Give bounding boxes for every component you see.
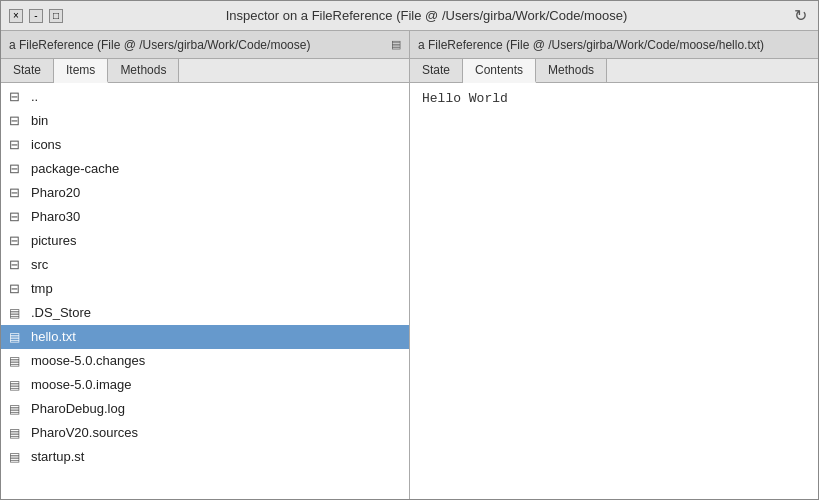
right-panel: a FileReference (File @ /Users/girba/Wor… <box>410 31 818 499</box>
file-item[interactable]: Pharo20 <box>1 181 409 205</box>
file-item-name: moose-5.0.image <box>31 375 131 395</box>
window-controls: × - □ <box>9 9 63 23</box>
folder-icon <box>9 183 25 203</box>
file-item-name: tmp <box>31 279 53 299</box>
left-panel-header: a FileReference (File @ /Users/girba/Wor… <box>1 31 409 59</box>
folder-icon <box>9 207 25 227</box>
folder-icon <box>9 255 25 275</box>
tab-state-right[interactable]: State <box>410 59 463 82</box>
folder-icon <box>9 135 25 155</box>
file-icon <box>9 399 25 419</box>
folder-icon <box>9 87 25 107</box>
file-item[interactable]: Pharo30 <box>1 205 409 229</box>
file-item-name: .. <box>31 87 38 107</box>
file-item[interactable]: moose-5.0.image <box>1 373 409 397</box>
left-panel-content: ..biniconspackage-cachePharo20Pharo30pic… <box>1 83 409 499</box>
file-item[interactable]: startup.st <box>1 445 409 469</box>
close-button[interactable]: × <box>9 9 23 23</box>
file-item[interactable]: src <box>1 253 409 277</box>
file-item-name: .DS_Store <box>31 303 91 323</box>
file-icon <box>9 327 25 347</box>
main-area: a FileReference (File @ /Users/girba/Wor… <box>1 31 818 499</box>
file-content: Hello World <box>410 83 818 114</box>
file-item-name: PharoV20.sources <box>31 423 138 443</box>
right-panel-header: a FileReference (File @ /Users/girba/Wor… <box>410 31 818 59</box>
file-item-name: startup.st <box>31 447 84 467</box>
folder-icon <box>9 279 25 299</box>
refresh-button[interactable]: ↻ <box>790 6 810 26</box>
file-item-name: src <box>31 255 48 275</box>
file-item-name: bin <box>31 111 48 131</box>
file-item[interactable]: PharoV20.sources <box>1 421 409 445</box>
file-item[interactable]: .. <box>1 85 409 109</box>
title-bar: × - □ Inspector on a FileReference (File… <box>1 1 818 31</box>
file-item-name: icons <box>31 135 61 155</box>
tab-items-left[interactable]: Items <box>54 59 108 83</box>
file-item-name: Pharo30 <box>31 207 80 227</box>
file-item[interactable]: tmp <box>1 277 409 301</box>
file-list: ..biniconspackage-cachePharo20Pharo30pic… <box>1 83 409 471</box>
file-icon <box>9 447 25 467</box>
file-item[interactable]: PharoDebug.log <box>1 397 409 421</box>
file-item[interactable]: icons <box>1 133 409 157</box>
maximize-button[interactable]: □ <box>49 9 63 23</box>
file-item-name: hello.txt <box>31 327 76 347</box>
right-panel-content: Hello World <box>410 83 818 499</box>
right-tabs: State Contents Methods <box>410 59 818 83</box>
folder-icon <box>9 231 25 251</box>
file-item[interactable]: moose-5.0.changes <box>1 349 409 373</box>
file-item[interactable]: bin <box>1 109 409 133</box>
left-panel: a FileReference (File @ /Users/girba/Wor… <box>1 31 410 499</box>
folder-icon <box>9 111 25 131</box>
main-window: × - □ Inspector on a FileReference (File… <box>0 0 819 500</box>
file-item-name: moose-5.0.changes <box>31 351 145 371</box>
window-title: Inspector on a FileReference (File @ /Us… <box>63 8 790 23</box>
file-item-name: PharoDebug.log <box>31 399 125 419</box>
file-item[interactable]: package-cache <box>1 157 409 181</box>
file-icon <box>9 303 25 323</box>
file-item[interactable]: hello.txt <box>1 325 409 349</box>
file-item-name: package-cache <box>31 159 119 179</box>
tab-contents-right[interactable]: Contents <box>463 59 536 83</box>
file-item[interactable]: pictures <box>1 229 409 253</box>
tab-state-left[interactable]: State <box>1 59 54 82</box>
left-panel-icon: ▤ <box>391 38 401 51</box>
file-icon <box>9 375 25 395</box>
file-icon <box>9 423 25 443</box>
file-item-name: pictures <box>31 231 77 251</box>
folder-icon <box>9 159 25 179</box>
tab-methods-left[interactable]: Methods <box>108 59 179 82</box>
left-panel-title: a FileReference (File @ /Users/girba/Wor… <box>9 38 387 52</box>
minimize-button[interactable]: - <box>29 9 43 23</box>
right-panel-title: a FileReference (File @ /Users/girba/Wor… <box>418 38 810 52</box>
tab-methods-right[interactable]: Methods <box>536 59 607 82</box>
file-icon <box>9 351 25 371</box>
left-tabs: State Items Methods <box>1 59 409 83</box>
file-item[interactable]: .DS_Store <box>1 301 409 325</box>
file-item-name: Pharo20 <box>31 183 80 203</box>
